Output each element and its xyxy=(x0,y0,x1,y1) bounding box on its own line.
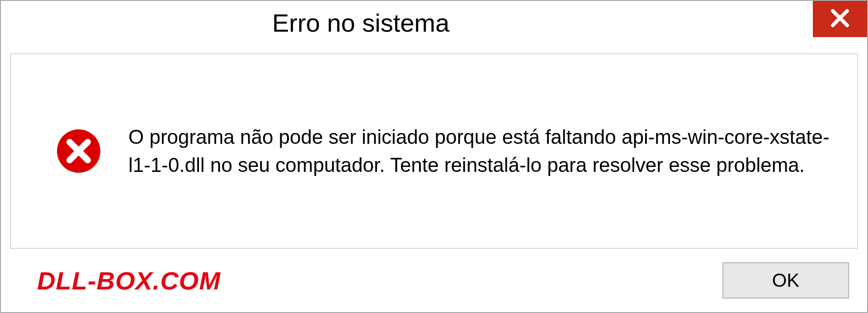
error-message: O programa não pode ser iniciado porque … xyxy=(128,123,830,179)
watermark-text: DLL-BOX.COM xyxy=(37,266,221,295)
content-panel: O programa não pode ser iniciado porque … xyxy=(10,53,858,249)
close-button[interactable] xyxy=(813,1,867,37)
close-icon xyxy=(829,7,851,31)
ok-button[interactable]: OK xyxy=(722,262,849,299)
titlebar: Erro no sistema xyxy=(1,1,867,44)
error-icon xyxy=(56,128,101,174)
footer: DLL-BOX.COM OK xyxy=(1,249,867,312)
dialog-title: Erro no sistema xyxy=(272,8,449,38)
error-dialog: Erro no sistema O programa não pode ser … xyxy=(0,0,868,313)
